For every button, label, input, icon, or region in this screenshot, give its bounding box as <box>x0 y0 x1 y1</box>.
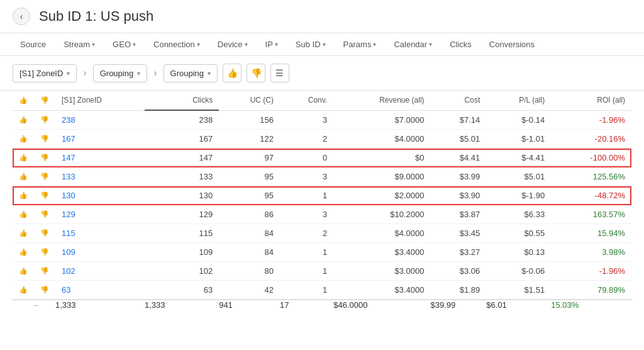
nav-stream[interactable]: Stream ▾ <box>56 33 103 55</box>
cell-cost: $3.99 <box>431 167 487 186</box>
cell-clicks: 130 <box>145 186 219 205</box>
cell-conv: 3 <box>280 205 333 224</box>
cell-thumbdown[interactable]: 👎 <box>34 149 55 167</box>
thumbup-icon: 👍 <box>227 68 238 78</box>
cell-thumbdown[interactable]: 👎 <box>34 186 55 205</box>
cell-revenue: $10.2000 <box>333 205 430 224</box>
cell-roi: 15.94% <box>551 224 631 243</box>
cell-conv: 2 <box>280 224 333 243</box>
cell-thumbdown[interactable]: 👎 <box>34 243 55 262</box>
thumbdown-icon: 👎 <box>40 96 49 104</box>
nav-geo[interactable]: GEO ▾ <box>105 33 143 55</box>
cell-thumbdown[interactable]: 👎 <box>34 130 55 149</box>
nav-clicks[interactable]: Clicks <box>442 33 479 55</box>
nav-calendar[interactable]: Calendar ▾ <box>386 33 440 55</box>
cell-cost: $3.87 <box>431 205 487 224</box>
cell-thumbup[interactable]: 👍 <box>13 205 34 224</box>
nav-conversions[interactable]: Conversions <box>482 33 542 55</box>
cell-thumbup[interactable]: 👍 <box>13 224 34 243</box>
chevron-down-icon: ▾ <box>323 41 326 48</box>
cell-thumbup[interactable]: 👍 <box>13 281 34 300</box>
nav-ip[interactable]: IP ▾ <box>258 33 286 55</box>
cell-roi: -1.96% <box>551 110 631 130</box>
menu-button[interactable]: ☰ <box>270 64 289 82</box>
cell-thumbdown[interactable]: 👎 <box>34 224 55 243</box>
thumbdown-button[interactable]: 👎 <box>247 64 265 82</box>
nav-bar: Source Stream ▾ GEO ▾ Connection ▾ Devic… <box>0 33 644 56</box>
cell-revenue: $7.0000 <box>333 110 430 130</box>
cell-uc: 84 <box>219 224 280 243</box>
footer-roi: 15.03% <box>551 300 631 310</box>
footer-clicks: 1,333 <box>145 300 219 310</box>
cell-uc: 97 <box>219 149 280 167</box>
cell-pl: $1.51 <box>486 281 551 300</box>
menu-icon: ☰ <box>275 68 284 78</box>
cell-pl: $-0.14 <box>486 110 551 130</box>
back-button[interactable]: ‹ <box>13 8 30 25</box>
chevron-down-icon: ▾ <box>275 41 278 48</box>
cell-thumbdown[interactable]: 👎 <box>34 281 55 300</box>
col-header-uc: UC (C) <box>219 91 280 110</box>
nav-params[interactable]: Params ▾ <box>336 33 384 55</box>
cell-uc: 86 <box>219 205 280 224</box>
cell-pl: $6.33 <box>486 205 551 224</box>
cell-thumbdown[interactable]: 👎 <box>34 205 55 224</box>
cell-pl: $-1.90 <box>486 186 551 205</box>
separator: › <box>83 67 86 79</box>
chevron-down-icon: ▾ <box>197 41 200 48</box>
cell-conv: 3 <box>280 167 333 186</box>
cell-roi: 163.57% <box>551 205 631 224</box>
table-body: 👍 👎 238 238 156 3 $7.0000 $7.14 $-0.14 -… <box>13 110 631 300</box>
cell-uc: 95 <box>219 186 280 205</box>
cell-thumbup[interactable]: 👍 <box>13 167 34 186</box>
thumbup-button[interactable]: 👍 <box>223 64 242 82</box>
cell-revenue: $4.0000 <box>333 130 430 149</box>
cell-conv: 2 <box>280 130 333 149</box>
cell-thumbdown[interactable]: 👎 <box>34 262 55 281</box>
cell-revenue: $3.0000 <box>333 262 430 281</box>
cell-clicks: 115 <box>145 224 219 243</box>
cell-thumbup[interactable]: 👍 <box>13 149 34 167</box>
separator: › <box>153 67 157 79</box>
cell-roi: -48.72% <box>551 186 631 205</box>
cell-roi: -1.96% <box>551 262 631 281</box>
cell-clicks: 109 <box>145 243 219 262</box>
cell-clicks: 102 <box>145 262 219 281</box>
cell-roi: -20.16% <box>551 130 631 149</box>
cell-thumbup[interactable]: 👍 <box>13 110 34 130</box>
filter-zone-button[interactable]: [S1] ZoneID ▾ <box>13 64 77 82</box>
cell-thumbup[interactable]: 👍 <box>13 243 34 262</box>
cell-thumbup[interactable]: 👍 <box>13 130 34 149</box>
table-row: 👍 👎 102 102 80 1 $3.0000 $3.06 $-0.06 -1… <box>13 262 631 281</box>
filter-grouping1-button[interactable]: Grouping ▾ <box>93 64 147 82</box>
nav-subid[interactable]: Sub ID ▾ <box>288 33 333 55</box>
nav-connection[interactable]: Connection ▾ <box>146 33 208 55</box>
cell-roi: 79.89% <box>551 281 631 300</box>
cell-revenue: $0 <box>333 149 430 167</box>
cell-conv: 0 <box>280 149 333 167</box>
col-thumbup: 👍 <box>13 91 34 110</box>
nav-source[interactable]: Source <box>13 33 53 55</box>
table-row: 👍 👎 238 238 156 3 $7.0000 $7.14 $-0.14 -… <box>13 110 631 130</box>
table-row: 👍 👎 115 115 84 2 $4.0000 $3.45 $0.55 15.… <box>13 224 631 243</box>
thumbdown-icon: 👎 <box>251 68 262 78</box>
cell-revenue: $3.4000 <box>333 243 430 262</box>
cell-thumbdown[interactable]: 👎 <box>34 110 55 130</box>
cell-uc: 84 <box>219 243 280 262</box>
cell-thumbup[interactable]: 👍 <box>13 262 34 281</box>
cell-cost: $5.01 <box>431 130 487 149</box>
cell-thumbup[interactable]: 👍 <box>13 186 34 205</box>
chevron-down-icon: ▾ <box>137 70 140 77</box>
chevron-down-icon: ▾ <box>429 41 432 48</box>
filter-grouping2-button[interactable]: Grouping ▾ <box>164 64 218 82</box>
cell-pl: $-1.01 <box>486 130 551 149</box>
cell-zone: 238 <box>55 110 145 130</box>
footer-cell <box>13 300 34 310</box>
chevron-down-icon: ▾ <box>67 70 70 77</box>
table-row: 👍 👎 63 63 42 1 $3.4000 $1.89 $1.51 79.89… <box>13 281 631 300</box>
nav-device[interactable]: Device ▾ <box>210 33 255 55</box>
col-header-zone: [S1] ZoneID <box>55 91 145 110</box>
col-header-clicks[interactable]: Clicks <box>145 91 219 110</box>
data-table: 👍 👎 [S1] ZoneID Clicks UC (C) Conv. Reve… <box>13 91 631 310</box>
cell-thumbdown[interactable]: 👎 <box>34 167 55 186</box>
